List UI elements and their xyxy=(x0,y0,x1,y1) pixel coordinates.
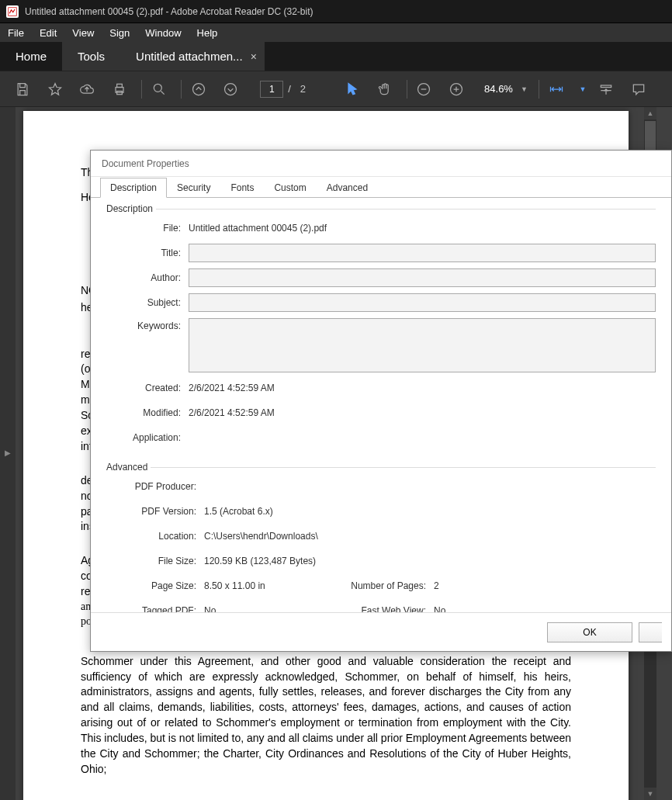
pagesize-value: 8.50 x 11.00 in xyxy=(204,580,336,591)
subject-label: Subject: xyxy=(106,297,189,308)
dialog-title: Document Properties xyxy=(91,151,671,177)
window-titlebar: Untitled attachment 00045 (2).pdf - Adob… xyxy=(0,0,672,23)
subject-input[interactable] xyxy=(189,293,656,312)
cloud-upload-icon[interactable] xyxy=(77,78,99,100)
star-icon[interactable] xyxy=(44,78,66,100)
page-sep: / xyxy=(288,83,291,95)
separator xyxy=(539,80,539,99)
location-value: C:\Users\hendr\Downloads\ xyxy=(204,531,318,542)
cancel-button-partial[interactable] xyxy=(639,622,662,642)
scroll-up-icon[interactable]: ▲ xyxy=(644,107,656,119)
search-icon[interactable] xyxy=(148,78,170,100)
modified-value: 2/6/2021 4:52:59 AM xyxy=(189,407,275,418)
version-label: PDF Version: xyxy=(106,506,204,517)
tab-custom[interactable]: Custom xyxy=(264,178,316,198)
pagesize-label: Page Size: xyxy=(106,580,204,591)
menu-edit[interactable]: Edit xyxy=(40,27,57,39)
tagged-label: Tagged PDF: xyxy=(106,605,204,612)
select-tool-icon[interactable] xyxy=(341,78,363,100)
chevron-down-icon[interactable]: ▼ xyxy=(580,85,587,93)
scroll-down-icon[interactable]: ▼ xyxy=(644,788,656,800)
zoom-level[interactable]: 84.6% xyxy=(484,83,513,95)
dialog-content: Description File: Untitled attachment 00… xyxy=(91,197,671,612)
page-total: 2 xyxy=(300,83,306,95)
menubar: File Edit View Sign Window Help xyxy=(0,23,672,42)
fieldset-legend: Advanced xyxy=(106,462,151,473)
zoom-in-icon[interactable] xyxy=(445,78,467,100)
chevron-down-icon[interactable]: ▼ xyxy=(521,85,528,93)
modified-label: Modified: xyxy=(106,407,189,418)
fieldset-legend: Description xyxy=(106,203,156,214)
filesize-label: File Size: xyxy=(106,556,204,566)
menu-help[interactable]: Help xyxy=(197,27,218,39)
description-fieldset: Description File: Untitled attachment 00… xyxy=(106,209,656,459)
page-display-icon[interactable] xyxy=(596,78,618,100)
separator xyxy=(407,80,407,99)
file-label: File: xyxy=(106,223,189,234)
fastweb-value: No xyxy=(434,605,445,612)
tab-fonts[interactable]: Fonts xyxy=(220,178,264,198)
menu-window[interactable]: Window xyxy=(145,27,181,39)
created-value: 2/6/2021 4:52:59 AM xyxy=(189,383,275,393)
svg-point-4 xyxy=(154,84,161,92)
fastweb-label: Fast Web View: xyxy=(336,605,434,612)
toolbar: / 2 84.6% ▼ ▼ xyxy=(0,71,672,107)
svg-point-6 xyxy=(225,83,237,95)
body-text: 4. RELEASE OF CLAIMS. In consideration o… xyxy=(81,639,571,777)
keywords-label: Keywords: xyxy=(106,318,189,331)
svg-rect-2 xyxy=(117,84,123,87)
page-up-icon[interactable] xyxy=(188,78,210,100)
producer-label: PDF Producer: xyxy=(106,481,204,492)
menu-view[interactable]: View xyxy=(72,27,94,39)
svg-point-5 xyxy=(192,83,204,95)
created-label: Created: xyxy=(106,383,189,393)
author-input[interactable] xyxy=(189,268,656,287)
page-current-input[interactable] xyxy=(260,81,283,98)
page-indicator: / 2 xyxy=(260,81,310,98)
title-label: Title: xyxy=(106,248,189,258)
application-label: Application: xyxy=(106,432,189,443)
tab-home[interactable]: Home xyxy=(0,42,62,71)
separator xyxy=(141,80,142,99)
ok-button[interactable]: OK xyxy=(547,622,632,642)
tabbar: Home Tools Untitled attachmen... × xyxy=(0,42,672,71)
dialog-buttons: OK xyxy=(91,612,671,651)
left-panel-strip[interactable]: ▶ xyxy=(0,107,16,800)
page-down-icon[interactable] xyxy=(220,78,241,100)
menu-file[interactable]: File xyxy=(8,27,24,39)
tab-security[interactable]: Security xyxy=(167,178,220,198)
save-icon[interactable] xyxy=(12,78,33,100)
location-label: Location: xyxy=(106,531,204,542)
close-icon[interactable]: × xyxy=(251,50,257,63)
tab-description[interactable]: Description xyxy=(100,178,167,198)
tab-document-label: Untitled attachmen... xyxy=(136,50,243,63)
file-value: Untitled attachment 00045 (2).pdf xyxy=(189,223,327,234)
tagged-value: No xyxy=(204,605,336,612)
separator xyxy=(181,80,182,99)
print-icon[interactable] xyxy=(109,78,130,100)
chevron-right-icon[interactable]: ▶ xyxy=(5,448,11,457)
filesize-value: 120.59 KB (123,487 Bytes) xyxy=(204,556,316,566)
keywords-input[interactable] xyxy=(189,318,656,372)
comment-icon[interactable] xyxy=(628,78,649,100)
app-icon xyxy=(6,5,19,18)
author-label: Author: xyxy=(106,272,189,283)
dialog-tabs: Description Security Fonts Custom Advanc… xyxy=(91,177,671,198)
document-properties-dialog: Document Properties Description Security… xyxy=(90,150,672,652)
fit-width-icon[interactable] xyxy=(546,78,567,100)
numpages-value: 2 xyxy=(434,580,439,591)
version-value: 1.5 (Acrobat 6.x) xyxy=(204,506,273,517)
menu-sign[interactable]: Sign xyxy=(109,27,130,39)
tab-tools[interactable]: Tools xyxy=(62,42,120,71)
tab-advanced[interactable]: Advanced xyxy=(317,178,378,198)
title-input[interactable] xyxy=(189,244,656,262)
svg-rect-9 xyxy=(601,85,611,88)
numpages-label: Number of Pages: xyxy=(336,580,434,591)
advanced-fieldset: Advanced PDF Producer: PDF Version: 1.5 … xyxy=(106,467,656,612)
window-title: Untitled attachment 00045 (2).pdf - Adob… xyxy=(25,6,313,17)
tab-document[interactable]: Untitled attachmen... × xyxy=(120,42,265,71)
hand-tool-icon[interactable] xyxy=(374,78,396,100)
zoom-out-icon[interactable] xyxy=(414,78,435,100)
